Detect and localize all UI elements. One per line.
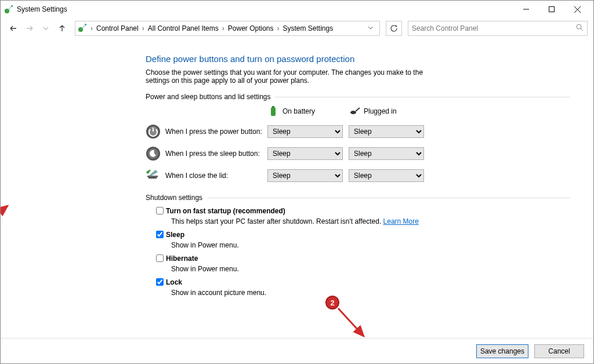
footer: 2 Save changes Cancel bbox=[1, 338, 593, 363]
shutdown-option-desc: Show in Power menu. bbox=[171, 241, 570, 249]
cancel-button[interactable]: Cancel bbox=[534, 344, 584, 358]
breadcrumb-item[interactable]: System Settings bbox=[280, 24, 335, 32]
shutdown-checkbox[interactable] bbox=[156, 254, 164, 262]
folder-icon bbox=[78, 23, 87, 34]
svg-rect-7 bbox=[85, 24, 86, 26]
up-button[interactable] bbox=[55, 21, 69, 35]
titlebar: System Settings bbox=[1, 1, 593, 18]
shutdown-checkbox[interactable] bbox=[156, 278, 164, 286]
chevron-right-icon[interactable]: › bbox=[141, 24, 146, 32]
shutdown-option-desc: Show in account picture menu. bbox=[171, 289, 570, 297]
shutdown-option-label[interactable]: Turn on fast startup (recommended) bbox=[154, 207, 285, 215]
svg-line-19 bbox=[1, 206, 8, 227]
chevron-down-icon[interactable] bbox=[364, 24, 377, 32]
plug-icon bbox=[349, 105, 360, 117]
annotation-arrow-1 bbox=[1, 202, 13, 231]
row-icon bbox=[146, 124, 161, 139]
divider bbox=[207, 198, 570, 198]
column-headers: On battery Plugged in bbox=[146, 105, 570, 117]
settings-row: When I press the sleep button:Do nothing… bbox=[146, 146, 570, 161]
row-label: When I press the sleep button: bbox=[165, 150, 260, 158]
battery-select[interactable]: Do nothingSleepHibernateShut downTurn of… bbox=[267, 125, 343, 138]
breadcrumb-bar[interactable]: › Control Panel › All Control Panel Item… bbox=[75, 21, 380, 36]
search-input[interactable]: Search Control Panel bbox=[408, 21, 588, 36]
svg-point-12 bbox=[350, 111, 356, 114]
battery-select[interactable]: Do nothingSleepHibernateShut down bbox=[267, 169, 343, 182]
row-label: When I press the power button: bbox=[165, 128, 262, 136]
divider bbox=[275, 97, 570, 97]
shutdown-option-desc: This helps start your PC faster after sh… bbox=[171, 217, 570, 225]
section-power-buttons-label: Power and sleep buttons and lid settings bbox=[146, 93, 270, 101]
chevron-right-icon[interactable]: › bbox=[89, 24, 94, 32]
shutdown-checkbox[interactable] bbox=[156, 207, 164, 214]
maximize-button[interactable] bbox=[539, 1, 564, 18]
search-placeholder: Search Control Panel bbox=[412, 24, 478, 32]
breadcrumb-item[interactable]: Control Panel bbox=[94, 24, 141, 32]
svg-rect-3 bbox=[549, 7, 555, 12]
column-battery-label: On battery bbox=[282, 107, 315, 115]
shutdown-option-label[interactable]: Lock bbox=[154, 278, 182, 286]
recent-locations-button[interactable] bbox=[39, 21, 53, 35]
plugged-select[interactable]: Do nothingSleepHibernateShut downTurn of… bbox=[349, 125, 424, 138]
shutdown-option-label[interactable]: Hibernate bbox=[154, 254, 198, 263]
section-shutdown-label: Shutdown settings bbox=[146, 194, 202, 202]
breadcrumb-item[interactable]: Power Options bbox=[226, 24, 276, 32]
content-pane: Define power buttons and turn on passwor… bbox=[1, 39, 593, 338]
save-changes-button[interactable]: Save changes bbox=[476, 344, 528, 358]
shutdown-option-desc: Show in Power menu. bbox=[171, 265, 570, 273]
refresh-button[interactable] bbox=[386, 21, 402, 36]
svg-rect-18 bbox=[148, 177, 157, 179]
plugged-select[interactable]: Do nothingSleepHibernateShut downTurn of… bbox=[349, 147, 424, 160]
shutdown-option-label[interactable]: Sleep bbox=[154, 231, 184, 239]
chevron-right-icon[interactable]: › bbox=[276, 24, 280, 32]
back-button[interactable] bbox=[6, 21, 20, 35]
shutdown-option: Turn on fast startup (recommended)This h… bbox=[154, 205, 570, 225]
shutdown-option: SleepShow in Power menu. bbox=[154, 229, 570, 249]
minimize-button[interactable] bbox=[513, 1, 539, 18]
row-icon bbox=[146, 168, 161, 183]
svg-rect-1 bbox=[11, 5, 13, 7]
settings-row: When I close the lid:Do nothingSleepHibe… bbox=[146, 168, 570, 183]
toolbar: › Control Panel › All Control Panel Item… bbox=[1, 18, 593, 39]
svg-rect-10 bbox=[271, 107, 276, 116]
row-icon bbox=[146, 146, 161, 161]
battery-select[interactable]: Do nothingSleepHibernateShut downTurn of… bbox=[267, 147, 343, 160]
page-heading: Define power buttons and turn on passwor… bbox=[146, 54, 570, 64]
search-icon bbox=[576, 24, 584, 33]
annotation-badge-2: 2 bbox=[325, 296, 339, 310]
row-label: When I close the lid: bbox=[165, 172, 228, 180]
svg-rect-17 bbox=[147, 176, 158, 177]
system-settings-window: System Settings › Control Panel › All Co… bbox=[0, 0, 594, 364]
shutdown-checkbox[interactable] bbox=[156, 231, 164, 238]
power-settings-icon bbox=[4, 5, 13, 14]
annotation-arrow-2 bbox=[336, 306, 371, 341]
chevron-right-icon[interactable]: › bbox=[221, 24, 226, 32]
shutdown-option: HibernateShow in Power menu. bbox=[154, 253, 570, 273]
learn-more-link[interactable]: Learn More bbox=[383, 217, 419, 225]
svg-rect-11 bbox=[272, 106, 274, 107]
forward-button[interactable] bbox=[23, 21, 37, 35]
breadcrumb-item[interactable]: All Control Panel Items bbox=[146, 24, 221, 32]
battery-icon bbox=[267, 105, 279, 117]
close-button[interactable] bbox=[564, 1, 590, 18]
column-plugged-label: Plugged in bbox=[364, 107, 397, 115]
settings-row: When I press the power button:Do nothing… bbox=[146, 124, 570, 139]
svg-line-20 bbox=[338, 308, 364, 336]
window-title: System Settings bbox=[17, 5, 67, 13]
plugged-select[interactable]: Do nothingSleepHibernateShut down bbox=[349, 169, 424, 182]
page-description: Choose the power settings that you want … bbox=[146, 68, 447, 85]
svg-point-8 bbox=[577, 24, 581, 29]
svg-line-9 bbox=[581, 28, 583, 31]
shutdown-option: LockShow in account picture menu. bbox=[154, 276, 570, 297]
